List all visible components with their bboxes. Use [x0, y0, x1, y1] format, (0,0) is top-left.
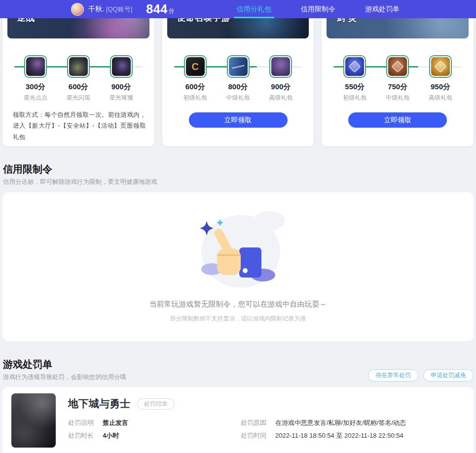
reward-icon	[184, 55, 207, 78]
reward-icon	[386, 55, 409, 78]
gift-card-bladesoul: 剑 灵 550分 初级礼包 750分 中级礼包 950分 高级礼包 立即领取	[322, 10, 474, 146]
gift-card-nizhan: 逆战 300分 星光点点 600分 星光闪现 900分 星光璀璨 领取方式：每个…	[2, 10, 154, 146]
reward-tier: 600分 初级礼包	[174, 55, 217, 109]
tab-credit-restrictions-label: 信用限制令	[301, 5, 335, 14]
user-summary: 千秋. [QQ账号] 844 分	[71, 2, 175, 16]
field-value: 禁止发言	[103, 418, 128, 427]
record-header: 地下城与勇士 处罚结束	[68, 397, 175, 411]
top-nav: 千秋. [QQ账号] 844 分 信用分礼包 信用限制令 游戏处罚单	[0, 0, 476, 18]
tier-points: 750分	[388, 82, 407, 92]
game-thumbnail-dnf	[11, 393, 56, 448]
field-punishment-reason: 处罚原因 在游戏中恶意发言/私聊/加好友/昵称/签名/动态	[241, 418, 406, 427]
abnormal-punishment-button[interactable]: 存在异常处罚	[368, 369, 418, 382]
field-punishment-duration: 处罚时长 4小时	[68, 431, 119, 440]
reward-icon	[227, 55, 250, 78]
restriction-section-title: 信用限制令	[3, 163, 52, 176]
reward-tier-row: 550分 初级礼包 750分 中级礼包 950分 高级礼包	[322, 55, 474, 109]
user-avatar	[71, 3, 84, 16]
reward-icon	[24, 55, 47, 78]
active-tab-underline	[234, 17, 274, 18]
tier-points: 800分	[228, 82, 248, 92]
nav-tabs: 信用分礼包 信用限制令 游戏处罚单	[222, 0, 414, 18]
user-name: 千秋.	[88, 5, 104, 14]
tier-name: 中级礼包	[226, 94, 250, 102]
reward-tier: 750分 中级礼包	[376, 55, 419, 109]
reward-icon	[269, 55, 292, 78]
tier-points: 300分	[26, 82, 45, 92]
field-value: 在游戏中恶意发言/私聊/加好友/昵称/签名/动态	[275, 418, 406, 427]
tab-credit-restrictions[interactable]: 信用限制令	[286, 0, 350, 18]
claim-now-button[interactable]: 立即领取	[189, 112, 288, 128]
field-label: 处罚说明	[68, 418, 103, 427]
gift-cards-row: 逆战 300分 星光点点 600分 星光闪现 900分 星光璀璨 领取方式：每个…	[2, 10, 474, 146]
reward-tier: 550分 初级礼包	[333, 55, 376, 109]
punishment-record-card: 地下城与勇士 处罚结束 处罚说明 禁止发言 处罚原因 在游戏中恶意发言/私聊/加…	[2, 387, 474, 453]
field-value: 2022-11-18 18:50:54 至 2022-11-18 22:50:5…	[275, 431, 403, 440]
badge-diamond-shape	[391, 60, 403, 72]
tab-game-punishments[interactable]: 游戏处罚单	[350, 0, 414, 18]
gift-item-icon	[26, 57, 45, 76]
claim-now-button[interactable]: 立即领取	[348, 112, 447, 128]
tier-points: 550分	[345, 82, 365, 92]
restriction-section-subtitle: 信用分达标，即可解除游戏行为限制，要文明健康地游戏	[3, 178, 157, 186]
tier-points: 900分	[111, 82, 131, 92]
account-type: [QQ账号]	[106, 5, 132, 14]
punishment-status-badge: 处罚结束	[137, 398, 175, 410]
tab-credit-gifts[interactable]: 信用分礼包	[222, 0, 286, 18]
reward-tier: 950分 高级礼包	[419, 55, 462, 109]
tier-name: 星光点点	[24, 94, 47, 102]
record-game-title: 地下城与勇士	[68, 397, 130, 411]
bronze-badge-icon	[388, 57, 407, 76]
tab-game-punishments-label: 游戏处罚单	[365, 5, 400, 14]
reward-tier: 600分 星光闪现	[57, 55, 100, 109]
badge-diamond-shape	[349, 60, 361, 72]
cod-coin-icon	[186, 57, 205, 76]
reward-tier-row: 600分 初级礼包 800分 中级礼包 900分 高级礼包	[162, 55, 314, 109]
reward-icon	[67, 55, 90, 78]
credit-score-unit: 分	[169, 7, 175, 15]
tier-points: 950分	[431, 82, 450, 92]
tier-name: 高级礼包	[429, 94, 452, 102]
claim-instructions: 领取方式：每个自然月领取一次。前往游戏内，进入【新大厅】-【安全站】-【活动】页…	[13, 109, 146, 142]
reward-tier: 300分 星光点点	[14, 55, 57, 109]
gift-item-icon	[69, 57, 88, 76]
crate-icon	[271, 57, 290, 76]
field-value: 4小时	[103, 431, 119, 440]
field-punishment-description: 处罚说明 禁止发言	[68, 418, 128, 427]
reward-icon	[110, 55, 133, 78]
field-label: 处罚时长	[68, 431, 103, 440]
restriction-empty-card: 当前常玩游戏暂无限制令，您可以在游戏中自由玩耍～ 部分限制数据不支持显示，请以游…	[2, 192, 474, 341]
punishment-section-title: 游戏处罚单	[3, 358, 52, 371]
reward-icon	[429, 55, 452, 78]
no-restriction-message: 当前常玩游戏暂无限制令，您可以在游戏中自由玩耍～	[149, 300, 327, 309]
apply-reduction-button[interactable]: 申请处罚减免	[423, 369, 474, 382]
tier-points: 600分	[69, 82, 88, 92]
tier-name: 星光闪现	[67, 94, 90, 102]
badge-diamond-shape	[434, 60, 446, 72]
tier-points: 900分	[271, 82, 291, 92]
tier-name: 初级礼包	[343, 94, 366, 102]
gift-item-icon	[112, 57, 131, 76]
tier-name: 高级礼包	[269, 94, 293, 102]
tab-credit-gifts-label: 信用分礼包	[237, 5, 271, 14]
field-label: 处罚原因	[241, 418, 275, 427]
xp-card-icon	[229, 57, 248, 76]
field-label: 处罚时间	[241, 431, 275, 440]
gift-card-codm: 使命召唤手游 600分 初级礼包 800分 中级礼包 900分 高级礼包 立即领…	[162, 10, 314, 146]
reward-tier: 800分 中级礼包	[217, 55, 259, 109]
reward-tier: 900分 星光璀璨	[100, 55, 143, 109]
field-punishment-time: 处罚时间 2022-11-18 18:50:54 至 2022-11-18 22…	[241, 431, 403, 440]
reward-tier-row: 300分 星光点点 600分 星光闪现 900分 星光璀璨	[2, 55, 154, 109]
restriction-disclaimer: 部分限制数据不支持显示，请以游戏内限制记录为准	[170, 314, 306, 323]
credit-score: 844	[146, 2, 167, 16]
gold-badge-icon	[431, 57, 450, 76]
punishment-section-subtitle: 游戏行为违规导致处罚，会影响您的信用分哦	[3, 373, 126, 382]
tier-name: 初级礼包	[183, 94, 207, 102]
blue-badge-icon	[345, 57, 364, 76]
punishment-actions: 存在异常处罚 申请处罚减免	[368, 369, 474, 382]
tier-points: 600分	[185, 82, 205, 92]
tier-name: 中级礼包	[386, 94, 409, 102]
reward-tier: 900分 高级礼包	[259, 55, 302, 109]
tier-name: 星光璀璨	[110, 94, 133, 102]
thumbs-up-illustration	[189, 208, 288, 291]
